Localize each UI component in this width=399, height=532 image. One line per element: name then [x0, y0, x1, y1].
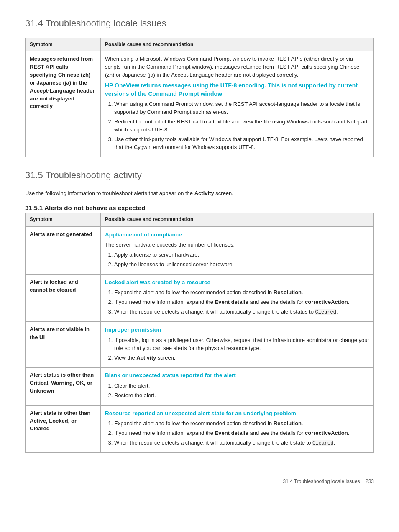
- list-item: Restore the alert.: [114, 392, 369, 400]
- list-item: If you need more information, expand the…: [114, 298, 369, 306]
- list-item: Redirect the output of the REST call to …: [114, 118, 369, 134]
- intro-bold: Activity: [194, 190, 214, 196]
- footer-page: 233: [366, 478, 374, 484]
- note-text: The server hardware exceeds the number o…: [105, 241, 369, 249]
- recommendation-cell: Locked alert was created by a resource E…: [101, 274, 374, 322]
- steps-list: Apply a license to server hardware. Appl…: [105, 251, 369, 269]
- footer-text: 31.4 Troubleshooting locale issues: [283, 478, 360, 484]
- list-item: Use other third-party tools available fo…: [114, 136, 369, 152]
- steps-list: Expand the alert and follow the recommen…: [105, 420, 369, 447]
- section1-table: Symptom Possible cause and recommendatio…: [25, 38, 374, 157]
- symptom-cell: Alert status is other than Critical, War…: [26, 368, 101, 405]
- cyan-heading: Blank or unexpected status reported for …: [105, 371, 369, 380]
- recommendation-cell: When using a Microsoft Windows Command P…: [101, 51, 374, 157]
- recommendation-cell: Resource reported an unexpected alert st…: [101, 405, 374, 453]
- section1-col2-header: Possible cause and recommendation: [101, 38, 374, 51]
- list-item: Clear the alert.: [114, 382, 369, 390]
- steps-list: If possible, log in as a privileged user…: [105, 337, 369, 362]
- list-item: When the resource detects a change, it w…: [114, 439, 369, 447]
- section1-title: 31.4 Troubleshooting locale issues: [25, 17, 374, 30]
- table-row: Alerts are not generated Appliance out o…: [26, 226, 374, 274]
- table-row: Alert is locked and cannot be cleared Lo…: [26, 274, 374, 322]
- table-row: Alert state is other than Active, Locked…: [26, 405, 374, 453]
- section2-col1-header: Symptom: [26, 213, 101, 226]
- subsection-title: 31.5.1 Alerts do not behave as expected: [25, 203, 374, 213]
- table-row: Messages returned from REST API calls sp…: [26, 51, 374, 157]
- list-item: When the resource detects a change, it w…: [114, 308, 369, 316]
- intro-end: screen.: [215, 190, 233, 196]
- cyan-heading: HP OneView returns messages using the UT…: [105, 81, 369, 98]
- cyan-heading: Resource reported an unexpected alert st…: [105, 409, 369, 418]
- symptom-cell: Alerts are not generated: [26, 226, 101, 274]
- recommendation-cell: Appliance out of compliance The server h…: [101, 226, 374, 274]
- symptom-cell: Messages returned from REST API calls sp…: [26, 51, 101, 157]
- recommendation-cell: Improper permission If possible, log in …: [101, 322, 374, 368]
- steps-list: Expand the alert and follow the recommen…: [105, 289, 369, 316]
- list-item: If possible, log in as a privileged user…: [114, 337, 369, 352]
- section2-title: 31.5 Troubleshooting activity: [25, 169, 374, 182]
- list-item: Apply a license to server hardware.: [114, 251, 369, 259]
- cyan-heading: Locked alert was created by a resource: [105, 278, 369, 287]
- footer: 31.4 Troubleshooting locale issues 233: [25, 478, 374, 485]
- symptom-cell: Alert is locked and cannot be cleared: [26, 274, 101, 322]
- table-row: Alerts are not visible in the UI Imprope…: [26, 322, 374, 368]
- recommendation-cell: Blank or unexpected status reported for …: [101, 368, 374, 405]
- section2-table: Symptom Possible cause and recommendatio…: [25, 213, 374, 453]
- intro-text: When using a Microsoft Windows Command P…: [105, 55, 369, 79]
- list-item: Expand the alert and follow the recommen…: [114, 420, 369, 428]
- section1-col1-header: Symptom: [26, 38, 101, 51]
- section2-intro: Use the following information to trouble…: [25, 190, 374, 198]
- list-item: Expand the alert and follow the recommen…: [114, 289, 369, 297]
- symptom-cell: Alerts are not visible in the UI: [26, 322, 101, 368]
- intro-text: Use the following information to trouble…: [25, 190, 193, 196]
- section2-col2-header: Possible cause and recommendation: [101, 213, 374, 226]
- table-row: Alert status is other than Critical, War…: [26, 368, 374, 405]
- list-item: Apply the licenses to unlicensed server …: [114, 261, 369, 269]
- list-item: When using a Command Prompt window, set …: [114, 100, 369, 116]
- steps-list: Clear the alert. Restore the alert.: [105, 382, 369, 400]
- list-item: View the Activity screen.: [114, 354, 369, 362]
- symptom-cell: Alert state is other than Active, Locked…: [26, 405, 101, 453]
- cyan-heading: Improper permission: [105, 326, 369, 334]
- steps-list: When using a Command Prompt window, set …: [105, 100, 369, 151]
- cyan-heading: Appliance out of compliance: [105, 231, 369, 239]
- list-item: If you need more information, expand the…: [114, 429, 369, 437]
